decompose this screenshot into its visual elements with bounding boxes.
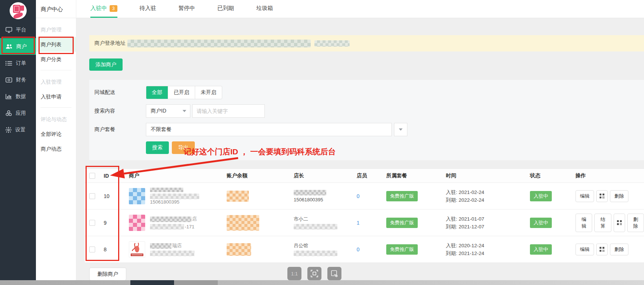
blurred-manager-name [294,190,326,195]
rail-item-apps[interactable]: 应用 [0,105,36,121]
package-select[interactable]: 不限套餐 [146,123,392,136]
tab-in-residence[interactable]: 入驻中 3 [90,0,117,18]
delete-button[interactable]: 删除 [610,190,628,202]
staff-count-link[interactable]: 1 [357,220,360,226]
blurred-manager-phone [294,224,337,229]
rail-item-platform[interactable]: 平台 [0,21,36,38]
platform-monitor-icon [6,27,12,33]
qr-code-button[interactable] [614,214,625,232]
merchant-phone-fragment: 15061800395 [150,199,199,205]
blurred-merchant-name [150,243,171,249]
blurred-merchant-subline [150,251,194,256]
rail-item-settings[interactable]: 设置 [0,121,36,138]
row-checkbox[interactable] [89,247,95,252]
submenu-panel: 商户中心 商户管理 商户列表 商户分类 入驻管理 入驻申请 评论与动态 全部评论… [36,0,76,280]
staff-count-link[interactable]: 0 [357,247,360,252]
col-header-status: 状态 [528,172,572,179]
caret-down-icon [183,110,186,112]
package-select-toggle[interactable] [394,123,407,136]
content: 商户登录地址 添加商户 同城配送 全部 已开启 未开启 搜索内容 [76,18,644,280]
qr-code-icon [600,247,604,252]
manager-phone: 15061800395 [294,197,350,202]
package-filter-label: 商户套餐 [94,126,146,133]
merchant-id: 8 [98,247,120,252]
merchant-logo [129,241,145,258]
fit-screen-button[interactable] [307,267,321,280]
delivery-option-all[interactable]: 全部 [146,86,168,99]
main-area: 入驻中 3 待入驻 暂停中 已到期 垃圾箱 商户登录地址 添加商户 同城配送 全… [76,0,644,280]
status-badge: 入驻中 [530,218,552,228]
keyword-input[interactable] [192,104,265,118]
package-badge: 免费推广版 [386,191,418,201]
tab-paused[interactable]: 暂停中 [178,0,195,18]
qr-code-button[interactable] [596,244,608,255]
submenu-item-merchant-list[interactable]: 商户列表 [36,37,76,52]
delete-button[interactable]: 删除 [610,244,628,255]
expire-date: 到期: 2022-02-24 [446,196,528,204]
apps-cluster-icon [6,110,12,116]
blurred-balance [227,191,249,202]
rail-item-orders[interactable]: 订单 [0,55,36,71]
qr-code-button[interactable] [596,190,608,202]
screenshot-toolbar: 1:1 [287,267,341,280]
merchant-name-fragment: 瑞店 [172,242,182,249]
col-header-manager: 店长 [286,172,350,179]
submenu-header-entry-mgmt: 入驻管理 [36,74,76,89]
select-all-checkbox[interactable] [89,173,95,179]
merchants-users-icon [6,44,13,50]
tab-expired[interactable]: 已到期 [217,0,234,18]
rail-item-data[interactable]: 数据 [0,88,36,105]
submenu-item-all-comments[interactable]: 全部评论 [36,127,76,141]
settle-button[interactable]: 结算 [594,214,611,232]
status-tabbar: 入驻中 3 待入驻 暂停中 已到期 垃圾箱 [76,0,644,18]
status-badge: 入驻中 [530,191,552,201]
join-date: 入驻: 2020-12-24 [446,242,528,249]
caret-down-icon [399,128,403,131]
login-url-notice: 商户登录地址 [89,35,644,51]
manager-name-fragment: 市小二 [294,216,350,222]
row-checkbox[interactable] [89,220,95,226]
submenu-item-merchant-updates[interactable]: 商户动态 [36,141,76,156]
orders-list-icon [6,61,12,66]
tab-pending[interactable]: 待入驻 [140,0,156,18]
search-field-select[interactable]: 商户ID [146,104,190,118]
edit-button[interactable]: 编辑 [575,214,592,232]
app-logo[interactable] [0,0,36,21]
submenu-header-merchant-mgmt: 商户管理 [36,22,76,37]
submenu-item-entry-apply[interactable]: 入驻申请 [36,89,76,104]
rail-item-finance[interactable]: 财务 [0,71,36,88]
edit-button[interactable]: 编辑 [575,244,594,255]
col-header-staff: 店员 [350,172,380,179]
rail-item-label: 商户 [16,43,27,50]
snip-button[interactable] [327,267,341,280]
rail-item-label: 数据 [16,93,26,100]
blurred-balance [227,243,251,256]
rail-item-label: 平台 [16,27,26,33]
delivery-option-disabled[interactable]: 未开启 [195,86,222,99]
submenu-item-merchant-category[interactable]: 商户分类 [36,52,76,67]
tab-count-badge: 3 [110,5,117,12]
search-filter-label: 搜索内容 [94,108,146,114]
edit-button[interactable]: 编辑 [575,190,594,202]
zoom-ratio-button[interactable]: 1:1 [287,267,301,280]
add-merchant-button[interactable]: 添加商户 [89,58,123,71]
blurred-manager-phone [294,251,337,256]
merchant-id: 9 [98,220,120,226]
row-checkbox[interactable] [89,193,95,199]
horizontal-scrollbar[interactable] [0,280,644,285]
search-button[interactable]: 搜索 [146,141,169,154]
delete-button[interactable]: 删除 [627,214,644,232]
staff-count-link[interactable]: 0 [357,193,360,199]
tab-trash[interactable]: 垃圾箱 [256,0,273,18]
submenu-title: 商户中心 [36,0,76,18]
delete-merchants-button[interactable]: 删除商户 [89,268,126,281]
icon-rail: 平台 商户 订单 财务 数据 应用 设置 [0,0,36,280]
rail-item-merchants[interactable]: 商户 [0,38,36,55]
blurred-merchant-subline [150,194,199,199]
table-row: 10 15061800395 15061800395 [85,183,644,209]
delivery-option-enabled[interactable]: 已开启 [168,86,195,99]
blurred-login-url-tail [314,40,350,47]
scrollbar-thumb[interactable] [130,280,174,285]
data-chart-icon [6,94,12,99]
merchant-admin-app: 平台 商户 订单 财务 数据 应用 设置 商户中心 商户管理 [0,0,644,285]
